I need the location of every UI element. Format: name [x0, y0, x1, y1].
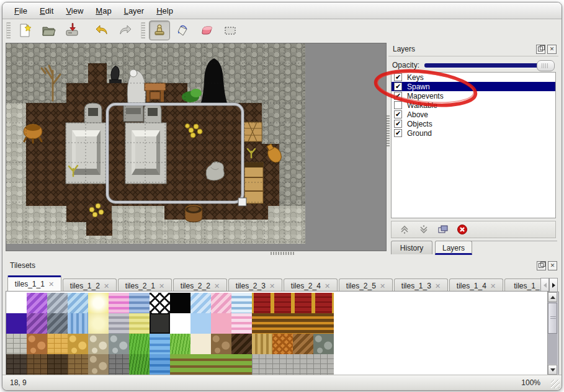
checked-checkbox[interactable]: ✔: [394, 82, 402, 91]
tileset-tile[interactable]: [27, 334, 47, 354]
tileset-tile[interactable]: [231, 293, 252, 313]
tileset-scrollbar[interactable]: [547, 292, 559, 375]
tileset-tile[interactable]: [272, 354, 293, 375]
close-tab-icon[interactable]: ✕: [269, 282, 275, 290]
scrollbar-thumb[interactable]: [548, 303, 557, 334]
tab-history[interactable]: History: [391, 241, 432, 254]
tileset-tile[interactable]: [68, 293, 88, 313]
tileset-tab-tiles_2_4[interactable]: tiles_2_4✕: [284, 278, 338, 292]
tileset-tile[interactable]: [68, 313, 88, 334]
checked-checkbox[interactable]: ✔: [394, 129, 402, 137]
lower-layer-button[interactable]: [417, 223, 431, 236]
layer-row-above[interactable]: ✔Above: [392, 110, 555, 119]
new-file-button[interactable]: [14, 20, 35, 40]
layer-row-keys[interactable]: ✔Keys: [392, 73, 555, 82]
tileset-tile[interactable]: [129, 354, 150, 375]
map-canvas[interactable]: [6, 43, 387, 251]
tileset-tile[interactable]: [88, 334, 109, 354]
tileset-tile[interactable]: [6, 313, 27, 334]
tileset-tile[interactable]: [190, 313, 211, 334]
menu-map[interactable]: Map: [90, 4, 117, 17]
close-tab-icon[interactable]: ✕: [104, 282, 109, 290]
menu-help[interactable]: Help: [151, 4, 179, 17]
tileset-tile[interactable]: [68, 354, 88, 375]
tileset-tile[interactable]: [231, 334, 252, 354]
tileset-tile[interactable]: [170, 293, 190, 313]
tileset-tile[interactable]: [293, 354, 313, 375]
tileset-tile[interactable]: [109, 293, 129, 313]
tileset-tile[interactable]: [170, 313, 190, 334]
checked-checkbox[interactable]: ✔: [394, 73, 402, 81]
toolbar-drag-handle-2[interactable]: [141, 22, 145, 38]
tileset-tab-tiles_1_2[interactable]: tiles_1_2✕: [63, 278, 117, 292]
close-tab-icon[interactable]: ✕: [159, 282, 164, 290]
layer-row-mapevents[interactable]: ✔Mapevents: [392, 91, 555, 100]
save-file-button[interactable]: [61, 20, 83, 40]
close-tab-icon[interactable]: ✕: [48, 280, 54, 288]
tileset-tile[interactable]: [27, 313, 47, 334]
tileset-tile[interactable]: [47, 313, 68, 334]
tileset-tile[interactable]: [109, 334, 129, 354]
tileset-tile[interactable]: [190, 354, 211, 375]
tileset-tab-tiles_2_5[interactable]: tiles_2_5✕: [339, 278, 393, 292]
tileset-tile[interactable]: [293, 313, 313, 334]
tileset-tile[interactable]: [190, 334, 211, 354]
tileset-tile[interactable]: [231, 313, 252, 334]
tileset-tile[interactable]: [47, 293, 68, 313]
close-tab-icon[interactable]: ✕: [435, 282, 441, 290]
opacity-slider-handle[interactable]: [537, 60, 555, 71]
close-tab-icon[interactable]: ✕: [214, 282, 220, 290]
duplicate-layer-button[interactable]: [436, 223, 450, 236]
horizontal-splitter[interactable]: [271, 252, 294, 255]
float-panel-icon[interactable]: [536, 45, 545, 54]
opacity-slider[interactable]: [423, 60, 555, 71]
tileset-tile[interactable]: [150, 293, 170, 313]
tileset-tile[interactable]: [129, 293, 150, 313]
layer-row-spawn[interactable]: ✔Spawn: [392, 82, 555, 91]
checked-checkbox[interactable]: ✔: [394, 120, 402, 128]
menu-view[interactable]: View: [60, 4, 89, 17]
checked-checkbox[interactable]: ✔: [394, 110, 402, 118]
tileset-tile[interactable]: [211, 313, 231, 334]
delete-layer-button[interactable]: [455, 223, 469, 236]
tileset-tab-tiles_2_3[interactable]: tiles_2_3✕: [228, 278, 282, 292]
tileset-tile[interactable]: [313, 334, 334, 354]
tileset-tab-tiles_1_4[interactable]: tiles_1_4✕: [449, 278, 503, 292]
close-tab-icon[interactable]: ✕: [490, 282, 496, 290]
tileset-tile[interactable]: [170, 354, 190, 375]
tileset-tile[interactable]: [88, 313, 109, 334]
tileset-tile[interactable]: [27, 293, 47, 313]
tileset-tile[interactable]: [211, 334, 231, 354]
tileset-tile[interactable]: [129, 313, 150, 334]
fill-tool-button[interactable]: [172, 20, 194, 40]
tileset-tile[interactable]: [27, 354, 47, 375]
eraser-tool-button[interactable]: [196, 20, 217, 40]
tileset-tile[interactable]: [68, 334, 88, 354]
undo-button[interactable]: [91, 20, 112, 40]
tileset-tile[interactable]: [47, 354, 68, 375]
redo-button[interactable]: [115, 20, 136, 40]
tileset-tile[interactable]: [190, 293, 211, 313]
tileset-tab-tiles_2_1[interactable]: tiles_2_1✕: [118, 278, 172, 292]
stamp-tool-button[interactable]: [149, 20, 170, 40]
scroll-tabs-right-button[interactable]: [549, 278, 558, 293]
tileset-tile[interactable]: [109, 354, 129, 375]
unchecked-checkbox[interactable]: [394, 101, 402, 109]
tileset-tile[interactable]: [293, 293, 313, 313]
scroll-down-button[interactable]: [548, 365, 557, 375]
tileset-tab-tiles_1_1[interactable]: tiles_1_1✕: [7, 275, 61, 292]
tileset-tile[interactable]: [272, 313, 293, 334]
close-panel-icon[interactable]: ✕: [548, 261, 557, 270]
tileset-tile[interactable]: [272, 293, 293, 313]
tileset-tile[interactable]: [88, 354, 109, 375]
tileset-tile[interactable]: [252, 354, 272, 375]
raise-layer-button[interactable]: [398, 223, 411, 236]
tileset-tile[interactable]: [313, 354, 334, 375]
tab-layers[interactable]: Layers: [435, 241, 472, 255]
checked-checkbox[interactable]: ✔: [394, 92, 402, 100]
scroll-up-button[interactable]: [548, 292, 557, 302]
layer-row-walkable[interactable]: Walkable: [392, 100, 555, 110]
tileset-tile[interactable]: [252, 313, 272, 334]
menu-layer[interactable]: Layer: [119, 4, 150, 17]
tileset-tile[interactable]: [231, 354, 252, 375]
